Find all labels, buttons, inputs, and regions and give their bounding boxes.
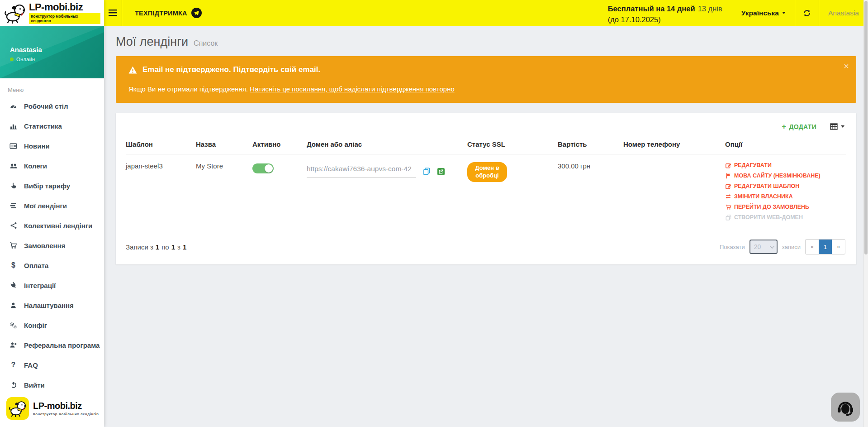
- sidebar-footer-logo: LP-mobi.biz Конструктор мобільних лендін…: [0, 393, 104, 427]
- cell-template: japan-steel3: [126, 154, 196, 230]
- domain-input[interactable]: [307, 162, 416, 178]
- question-icon: ?: [9, 361, 18, 369]
- bar-chart-icon: [9, 122, 18, 130]
- support-link[interactable]: ТЕХПІДТРИМКА: [122, 0, 214, 26]
- add-landing-label: ДОДАТИ: [789, 123, 816, 130]
- resend-confirmation-link[interactable]: Натисніть це посилання, щоб надіслати пі…: [250, 85, 454, 93]
- page-size-select[interactable]: 20: [749, 240, 778, 254]
- dashboard-icon: [9, 102, 18, 110]
- column-header-phone: Номер телефону: [623, 135, 725, 154]
- sidebar-user-status: Онлайн: [16, 57, 35, 62]
- page-header: Мої лендінги Список: [104, 26, 868, 56]
- alert-text: Якщо Ви не отримали підтвердження.: [128, 85, 250, 93]
- option-edit-link[interactable]: РЕДАГУВАТИ: [725, 162, 843, 168]
- trial-info: Бесплатный на 14 дней13 днів (до 17.10.2…: [608, 0, 732, 26]
- sidebar-item-statistics[interactable]: Статистика: [0, 116, 104, 136]
- language-selector[interactable]: Українська: [732, 0, 795, 26]
- brand-tagline: Конструктор мобильных лендингов: [29, 13, 100, 24]
- current-page-button[interactable]: 1: [819, 240, 832, 254]
- sidebar-item-colleagues[interactable]: Колеги: [0, 156, 104, 176]
- records-summary: Записи з1по1з1: [126, 243, 186, 251]
- alert-close-button[interactable]: ×: [844, 62, 849, 71]
- sidebar-item-faq[interactable]: ? FAQ: [0, 355, 104, 375]
- pagination: « 1 »: [805, 239, 845, 254]
- footer-dog-logo-icon: [6, 397, 29, 420]
- sidebar-item-label: Вибір тарифу: [24, 182, 70, 190]
- sidebar-item-logout[interactable]: Вийти: [0, 375, 104, 393]
- sidebar-item-settings[interactable]: Налаштування: [0, 295, 104, 315]
- sidebar-item-payment[interactable]: $ Оплата: [0, 255, 104, 275]
- chevron-down-icon: [782, 12, 786, 14]
- hamburger-menu-button[interactable]: [104, 0, 122, 26]
- option-edit-template-link[interactable]: РЕДАГУВАТИ ШАБЛОН: [725, 183, 843, 189]
- records-label: записи: [782, 244, 801, 250]
- sidebar-item-my-landings[interactable]: Мої лендінги: [0, 196, 104, 216]
- table-footer: Записи з1по1з1 Показати 20 записи « 1 »: [126, 235, 846, 260]
- refresh-button[interactable]: [795, 0, 819, 26]
- copy-domain-button[interactable]: [423, 168, 431, 175]
- sidebar-item-integrations[interactable]: Інтеграції: [0, 275, 104, 295]
- app-root: LP-mobi.biz Конструктор мобильных лендин…: [0, 0, 868, 427]
- email-alert-banner: Email не підтверджено. Підтвердіть свій …: [116, 56, 856, 103]
- columns-toggle-button[interactable]: [830, 123, 844, 130]
- plus-icon: +: [782, 123, 786, 130]
- table-toolbar: + ДОДАТИ: [126, 119, 846, 135]
- page-title: Мої лендінги: [116, 35, 188, 49]
- grid-icon: [830, 123, 838, 130]
- footer-logo-tagline: Конструктор мобільних лендінгів: [33, 412, 99, 416]
- sidebar-item-label: FAQ: [24, 361, 38, 369]
- ssl-status-badge: Домен в обробці: [467, 162, 507, 182]
- option-change-owner-link[interactable]: ЗМІНИТИ ВЛАСНИКА: [725, 193, 843, 200]
- table-header-row: Шаблон Назва Активно Домен або аліас Ста…: [126, 135, 846, 154]
- sidebar-item-label: Конфіг: [24, 321, 47, 329]
- prev-page-button[interactable]: «: [806, 240, 819, 254]
- cell-active: [252, 154, 307, 230]
- trial-days-left: 13 днів: [698, 5, 722, 13]
- scrollbar-thumb[interactable]: [864, 1, 868, 254]
- sidebar-item-label: Реферальна програма: [24, 341, 100, 349]
- add-landing-button[interactable]: + ДОДАТИ: [782, 123, 816, 130]
- sidebar-item-config[interactable]: Конфіг: [0, 315, 104, 335]
- users-icon: [9, 162, 18, 170]
- show-label: Показати: [720, 244, 745, 250]
- language-flag-icon: [725, 173, 731, 179]
- sidebar-item-referral[interactable]: Реферальна програма: [0, 335, 104, 355]
- plug-icon: [9, 282, 18, 289]
- landings-panel: + ДОДАТИ Шаблон: [116, 113, 856, 264]
- sidebar-item-label: Колеги: [24, 162, 47, 170]
- sidebar-item-label: Робочий стіл: [24, 102, 68, 110]
- sidebar-item-news[interactable]: Новини: [0, 136, 104, 156]
- share-icon: [9, 222, 18, 229]
- brand-header[interactable]: LP-mobi.biz Конструктор мобильных лендин…: [0, 0, 104, 26]
- column-header-price: Вартість: [558, 135, 623, 154]
- layers-icon: [9, 202, 18, 210]
- option-go-to-orders-link[interactable]: ПЕРЕЙТИ ДО ЗАМОВЛЕНЬ: [725, 204, 843, 210]
- chevron-down-icon: [841, 125, 844, 128]
- open-site-button[interactable]: [437, 168, 445, 175]
- sidebar-item-label: Інтеграції: [24, 282, 56, 289]
- header-username[interactable]: Anastasia: [819, 0, 868, 26]
- option-create-web-domain-link[interactable]: СТВОРИТИ WEB-ДОМЕН: [725, 214, 843, 221]
- sidebar-menu: Робочий стіл Статистика Новини Колеги Ви…: [0, 96, 104, 393]
- alert-title: Email не підтверджено. Підтвердіть свій …: [142, 65, 320, 74]
- sidebar-item-dashboard[interactable]: Робочий стіл: [0, 96, 104, 116]
- user-icon: [9, 302, 18, 309]
- refresh-icon: [803, 9, 811, 17]
- support-label: ТЕХПІДТРИМКА: [135, 10, 187, 17]
- sidebar-item-label: Колективні лендінги: [24, 222, 92, 230]
- scrollbar[interactable]: [863, 0, 868, 427]
- sidebar-item-label: Оплата: [24, 262, 48, 269]
- hamburger-icon: [109, 10, 117, 16]
- dollar-icon: $: [9, 261, 18, 269]
- sidebar-item-collective-landings[interactable]: Колективні лендінги: [0, 216, 104, 235]
- sidebar-item-tariff[interactable]: Вибір тарифу: [0, 176, 104, 196]
- sidebar: LP-mobi.biz Конструктор мобильных лендин…: [0, 0, 104, 427]
- support-chat-button[interactable]: [831, 393, 860, 422]
- cell-domain: [307, 154, 467, 230]
- sidebar-item-label: Мої лендінги: [24, 202, 67, 210]
- option-site-language-link[interactable]: МОВА САЙТУ (НЕЗМІНЮВАНЕ): [725, 173, 843, 179]
- next-page-button[interactable]: »: [832, 240, 845, 254]
- sidebar-item-orders[interactable]: Замовлення: [0, 235, 104, 255]
- cell-options: РЕДАГУВАТИ МОВА САЙТУ (НЕЗМІНЮВАНЕ) РЕДА…: [725, 154, 846, 230]
- active-toggle[interactable]: [252, 163, 274, 173]
